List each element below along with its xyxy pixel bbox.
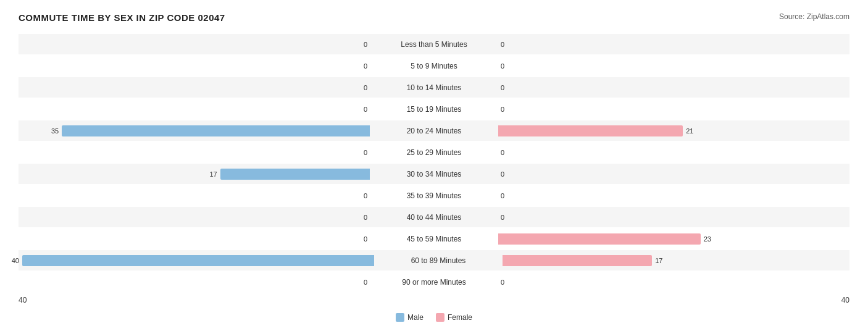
female-bar [498, 125, 683, 136]
female-side: 21 [496, 125, 849, 136]
male-zero-value: 0 [361, 84, 370, 91]
row-label: 30 to 34 Minutes [372, 170, 496, 178]
female-zero-value: 0 [498, 214, 507, 221]
female-zero-value: 0 [498, 41, 507, 48]
row-label: 40 to 44 Minutes [372, 213, 496, 222]
source-text: Source: ZipAtlas.com [779, 12, 849, 21]
male-side: 0 [19, 106, 372, 113]
legend-female: Female [436, 313, 472, 322]
row-label: 60 to 89 Minutes [377, 256, 500, 265]
row-label: 25 to 29 Minutes [372, 148, 496, 157]
chart-area: 0Less than 5 Minutes005 to 9 Minutes0010… [19, 34, 849, 307]
chart-title: COMMUTE TIME BY SEX IN ZIP CODE 02047 [19, 12, 225, 23]
chart-row: 0Less than 5 Minutes0 [19, 34, 849, 54]
chart-row: 045 to 59 Minutes23 [19, 229, 849, 249]
female-zero-value: 0 [498, 192, 507, 199]
male-swatch [396, 313, 404, 322]
female-zero-value: 0 [498, 106, 507, 113]
row-label: 35 to 39 Minutes [372, 191, 496, 200]
female-side: 17 [500, 255, 849, 266]
chart-row: 1730 to 34 Minutes0 [19, 164, 849, 184]
female-side: 0 [496, 41, 849, 48]
female-side: 0 [496, 84, 849, 91]
male-side: 40 [19, 255, 377, 266]
female-side: 0 [496, 62, 849, 70]
chart-row: 035 to 39 Minutes0 [19, 185, 849, 206]
female-side: 0 [496, 170, 849, 178]
male-zero-value: 0 [361, 41, 370, 48]
male-side: 17 [19, 169, 372, 180]
chart-row: 4060 to 89 Minutes17 [19, 250, 849, 271]
male-bar [220, 169, 370, 180]
male-zero-value: 0 [361, 192, 370, 199]
chart-row: 3520 to 24 Minutes21 [19, 120, 849, 141]
row-label: 45 to 59 Minutes [372, 235, 496, 243]
male-zero-value: 0 [361, 106, 370, 113]
male-side: 0 [19, 84, 372, 91]
female-bar-value: 21 [686, 127, 698, 135]
legend-male: Male [396, 313, 424, 322]
male-side: 0 [19, 192, 372, 199]
male-bar [22, 255, 374, 266]
female-bar-value: 23 [704, 235, 716, 243]
female-zero-value: 0 [498, 84, 507, 91]
female-bar [503, 255, 652, 266]
female-side: 0 [496, 279, 849, 286]
female-side: 23 [496, 233, 849, 245]
chart-row: 015 to 19 Minutes0 [19, 99, 849, 119]
chart-row: 090 or more Minutes0 [19, 272, 849, 292]
row-label: 20 to 24 Minutes [372, 127, 496, 135]
male-bar-value: 17 [205, 170, 217, 178]
female-bar [498, 233, 701, 245]
row-label: 10 to 14 Minutes [372, 83, 496, 92]
male-side: 0 [19, 279, 372, 286]
male-bar [62, 125, 370, 136]
row-label: 15 to 19 Minutes [372, 105, 496, 114]
male-zero-value: 0 [361, 279, 370, 286]
axis-left: 40 [19, 296, 27, 304]
row-label: 90 or more Minutes [372, 278, 496, 287]
male-side: 0 [19, 149, 372, 156]
male-bar-value: 35 [46, 127, 59, 135]
male-zero-value: 0 [361, 149, 370, 156]
row-label: Less than 5 Minutes [372, 40, 496, 49]
female-bar-value: 17 [655, 257, 667, 264]
male-side: 0 [19, 214, 372, 221]
female-side: 0 [496, 106, 849, 113]
axis-row: 40 40 [19, 293, 849, 307]
male-label: Male [407, 313, 424, 322]
chart-row: 025 to 29 Minutes0 [19, 142, 849, 162]
female-side: 0 [496, 192, 849, 199]
male-side: 35 [19, 125, 372, 136]
chart-row: 010 to 14 Minutes0 [19, 77, 849, 98]
legend-row: Male Female [19, 313, 849, 322]
male-zero-value: 0 [361, 235, 370, 243]
male-side: 0 [19, 235, 372, 243]
female-side: 0 [496, 149, 849, 156]
male-zero-value: 0 [361, 214, 370, 221]
male-side: 0 [19, 62, 372, 70]
female-zero-value: 0 [498, 62, 507, 70]
female-label: Female [448, 313, 472, 322]
axis-right: 40 [841, 296, 849, 304]
female-zero-value: 0 [498, 170, 507, 178]
male-bar-value: 40 [7, 257, 19, 264]
female-zero-value: 0 [498, 279, 507, 286]
female-side: 0 [496, 214, 849, 221]
female-swatch [436, 313, 444, 322]
chart-row: 05 to 9 Minutes0 [19, 56, 849, 76]
female-zero-value: 0 [498, 149, 507, 156]
male-side: 0 [19, 41, 372, 48]
chart-row: 040 to 44 Minutes0 [19, 207, 849, 227]
male-zero-value: 0 [361, 62, 370, 70]
row-label: 5 to 9 Minutes [372, 62, 496, 70]
